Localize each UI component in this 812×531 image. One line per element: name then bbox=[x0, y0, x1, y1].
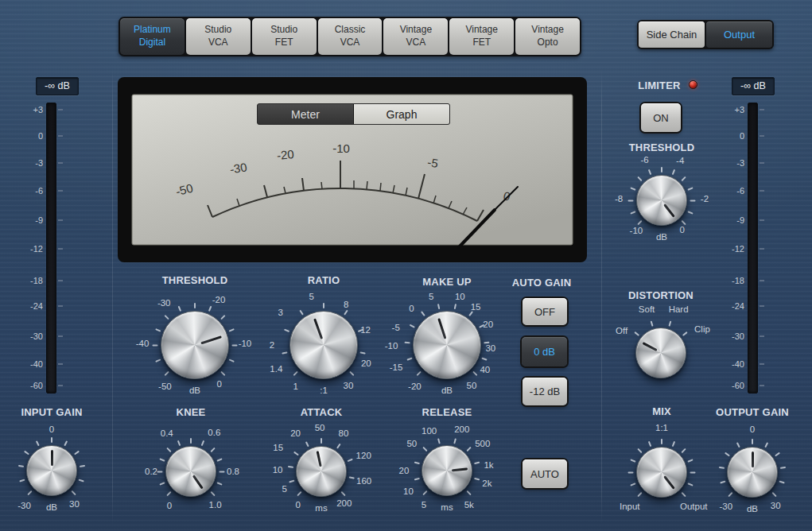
knob-mark-label: -5 bbox=[392, 323, 400, 332]
distortion-knob[interactable]: OffSoftHardClipDISTORTION bbox=[597, 289, 725, 417]
input-gain-knob[interactable]: 0-3030dBINPUT GAIN bbox=[0, 407, 115, 531]
knob-tick bbox=[166, 490, 171, 495]
knob-tick bbox=[178, 305, 182, 311]
side-chain-button[interactable]: Side Chain bbox=[639, 21, 705, 48]
knob-cap[interactable] bbox=[727, 447, 778, 498]
meter-scale-label: +3 bbox=[719, 105, 744, 114]
knob-tick bbox=[405, 341, 410, 343]
knob-title: KNEE bbox=[177, 406, 206, 418]
knob-tick bbox=[421, 311, 425, 316]
knob-tick bbox=[323, 303, 324, 308]
knob-tick bbox=[321, 438, 322, 444]
knob-mark-label: -30 bbox=[17, 501, 31, 510]
knob-tick bbox=[288, 465, 293, 467]
knob-tick bbox=[648, 169, 652, 174]
graph-tab[interactable]: Graph bbox=[353, 104, 449, 124]
knob-mark-label: 0 bbox=[750, 424, 755, 434]
auto-gain-off-button[interactable]: OFF bbox=[523, 298, 567, 325]
attack-knob[interactable]: 051015205080120160200msATTACK bbox=[258, 408, 385, 531]
knob-tick bbox=[780, 466, 786, 468]
knob-mark-label: Off bbox=[616, 326, 627, 335]
auto-gain-m12db-button[interactable]: -12 dB bbox=[523, 378, 567, 405]
tab-studio-vca[interactable]: Studio VCA bbox=[186, 18, 251, 55]
knob-mark-label: 15 bbox=[471, 302, 481, 312]
auto-gain-0db-button[interactable]: 0 dB bbox=[522, 337, 567, 366]
knob-mark-label: 5 bbox=[309, 292, 314, 301]
knob-tick bbox=[687, 187, 693, 191]
knob-tick bbox=[725, 452, 730, 456]
knob-tick bbox=[651, 320, 654, 326]
meter-scale-label: -60 bbox=[17, 381, 43, 390]
ratio-knob[interactable]: 11.42358122030:1RATIO bbox=[260, 281, 387, 409]
knob-cap[interactable] bbox=[296, 446, 347, 497]
knob-tick bbox=[80, 464, 85, 467]
knob-tick bbox=[153, 344, 158, 346]
tab-vintage-fet[interactable]: Vintage FET bbox=[449, 18, 514, 55]
meter-tab[interactable]: Meter bbox=[258, 104, 353, 124]
knob-tick bbox=[416, 370, 421, 375]
meter-scale-tick bbox=[58, 305, 63, 307]
output-gain-knob[interactable]: 0-3030dBOUTPUT GAIN bbox=[689, 409, 812, 531]
knob-tick bbox=[36, 440, 40, 446]
limiter-title: LIMITER bbox=[638, 79, 680, 91]
tab-vintage-vca[interactable]: Vintage VCA bbox=[383, 18, 448, 55]
output-button[interactable]: Output bbox=[706, 21, 772, 48]
knob-tick bbox=[208, 305, 212, 311]
tab-studio-fet[interactable]: Studio FET bbox=[252, 18, 317, 55]
knob-mark-label: 2k bbox=[482, 479, 491, 488]
knob-tick bbox=[216, 458, 222, 462]
knob-mark-label: 20 bbox=[361, 359, 371, 368]
limiter-on-button[interactable]: ON bbox=[641, 103, 681, 132]
knob-mark-label: 50 bbox=[315, 423, 325, 432]
knob-title: ATTACK bbox=[301, 406, 343, 418]
knob-tick bbox=[628, 200, 634, 201]
knob-tick bbox=[229, 359, 235, 362]
threshold-knob[interactable]: -50-40-30-20-100dBTHRESHOLD bbox=[131, 281, 258, 409]
knob-tick bbox=[297, 490, 301, 495]
knob-mark-label: -2 bbox=[701, 194, 709, 203]
knob-mark-label: Soft bbox=[639, 304, 655, 314]
knob-cap[interactable] bbox=[636, 447, 687, 498]
knob-tick bbox=[71, 490, 76, 494]
knob-mark-label: 5 bbox=[429, 292, 433, 301]
auto-gain-title: AUTO GAIN bbox=[512, 277, 572, 289]
knob-cap[interactable] bbox=[636, 175, 687, 226]
tab-vintage-opto[interactable]: Vintage Opto bbox=[515, 18, 580, 55]
knob-tick bbox=[474, 477, 480, 480]
knob-cap[interactable] bbox=[413, 311, 481, 379]
release-knob[interactable]: 51020501002005001k2k5kmsRELEASE bbox=[383, 407, 511, 531]
vu-scale-label: -5 bbox=[426, 155, 439, 170]
knob-tick bbox=[220, 314, 225, 319]
knob-tick bbox=[293, 370, 297, 375]
make-up-knob[interactable]: -20-15-10-505101520304050dBMAKE UP bbox=[383, 281, 511, 409]
knob-tick bbox=[681, 491, 686, 496]
knob-cap[interactable] bbox=[289, 311, 358, 379]
knob-cap[interactable] bbox=[161, 311, 229, 379]
input-meter-value: -∞ dB bbox=[36, 77, 79, 95]
knee-knob[interactable]: 00.20.40.60.81.0KNEE bbox=[127, 408, 254, 531]
knob-tick bbox=[661, 439, 662, 444]
knob-cap[interactable] bbox=[26, 445, 77, 496]
tab-platinum-digital[interactable]: Platinum Digital bbox=[120, 18, 185, 55]
knob-mark-label: 50 bbox=[406, 439, 417, 448]
knob-tick bbox=[637, 491, 642, 496]
vu-scale-label: -30 bbox=[229, 160, 248, 176]
knob-tick bbox=[177, 440, 181, 445]
knob-cap[interactable] bbox=[422, 445, 472, 496]
meter-scale-tick bbox=[760, 363, 764, 365]
knob-cap[interactable] bbox=[165, 446, 216, 497]
knob-mark-label: 160 bbox=[356, 476, 371, 486]
knob-tick bbox=[220, 370, 225, 375]
knob-tick bbox=[414, 477, 420, 480]
output-level-meter: +30-3-6-9-12-18-24-30-40-60 bbox=[719, 106, 768, 392]
compressor-plugin-panel: Platinum Digital Studio VCA Studio FET C… bbox=[0, 0, 812, 531]
release-auto-button[interactable]: AUTO bbox=[523, 459, 567, 488]
meter-scale-tick bbox=[58, 385, 63, 386]
tab-classic-vca[interactable]: Classic VCA bbox=[318, 18, 383, 55]
meter-scale-label: +3 bbox=[17, 105, 43, 114]
limiter-threshold-knob[interactable]: -10-8-6-4-20dBTHRESHOLD bbox=[598, 137, 725, 264]
knob-cap[interactable] bbox=[635, 328, 686, 378]
knob-mark-label: 0 bbox=[680, 225, 685, 234]
meter-scale-tick bbox=[58, 135, 63, 137]
knob-mark-label: 1k bbox=[484, 460, 493, 470]
